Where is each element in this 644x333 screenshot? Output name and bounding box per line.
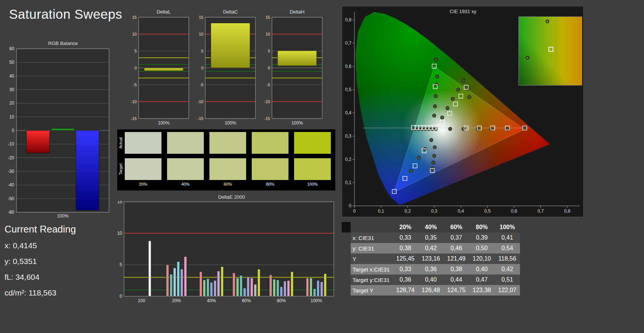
y-tick-label: -15 <box>197 116 203 121</box>
cie-1931-chart: 00,10,20,30,40,50,60,70,800,10,20,30,40,… <box>342 6 584 217</box>
table-cell: 0,42 <box>418 243 444 254</box>
table-cell: 0,38 <box>393 243 418 254</box>
deltae-bar <box>181 269 183 296</box>
y-tick-label: 5 <box>134 49 137 53</box>
deltae-bar <box>306 278 309 296</box>
x-tick-label: 0,4 <box>458 208 464 214</box>
deltae-bar <box>170 274 172 296</box>
deltae-bar <box>177 262 179 296</box>
measured-point <box>435 75 439 78</box>
deltae-bar <box>148 241 151 296</box>
delta-bar <box>144 68 184 71</box>
deltae-bar <box>210 282 213 296</box>
actual-swatch-60% <box>209 132 246 154</box>
swatch-col-label: 80% <box>252 182 288 186</box>
deltae-bar <box>233 273 235 296</box>
table-row-spacer <box>342 243 351 254</box>
target-swatch-40% <box>167 158 204 180</box>
measured-point <box>434 94 438 98</box>
deltae-bar <box>250 278 253 296</box>
x-axis-label: 100% <box>57 213 69 219</box>
swatch-col-label: 20% <box>125 182 161 186</box>
deltae-bar <box>291 272 293 296</box>
y-tick-label: -15 <box>264 116 270 121</box>
deltae-bar <box>184 256 187 296</box>
y-tick-label: 20 <box>9 100 15 106</box>
measured-point <box>434 58 438 61</box>
deltaL-plot: 151050-5-10-15100% <box>126 15 190 127</box>
reading-x: x: 0,4145 <box>4 241 109 250</box>
measured-point <box>456 88 460 92</box>
deltaH-chart: DeltaH 151050-5-10-15100% <box>260 9 323 128</box>
y-tick-label: 5 <box>120 262 122 267</box>
table-col-header: 40% <box>418 222 444 232</box>
y-tick-label: -10 <box>264 99 270 104</box>
table-cell: 0,33 <box>393 264 418 274</box>
deltae-bar <box>214 280 216 296</box>
y-tick-label: 10 <box>117 231 122 236</box>
y-tick-label: 0,1 <box>345 180 351 185</box>
x-axis-label: 100% <box>158 120 170 126</box>
y-tick-label: 0 <box>201 66 203 70</box>
table-cell: 125,45 <box>393 254 418 264</box>
y-tick-label: -30 <box>8 169 15 174</box>
deltae-bar <box>203 280 206 296</box>
rgb-balance-title: RGB Balance <box>14 40 112 46</box>
deltae-bar <box>199 272 202 296</box>
measured-point <box>432 161 435 164</box>
x-tick-label: 20% <box>172 298 181 303</box>
deltae-bar <box>324 274 327 296</box>
table-cell: 128,74 <box>393 285 418 296</box>
inset-target-point <box>548 47 553 52</box>
table-cell: 118,56 <box>495 254 520 264</box>
table-cell: 0,44 <box>444 274 469 285</box>
y-tick-label: 15 <box>132 15 137 20</box>
measured-point <box>433 105 437 108</box>
y-tick-label: 50 <box>9 60 15 65</box>
actual-swatch-100% <box>294 132 331 154</box>
measured-point <box>433 146 436 149</box>
deltaH-plot: 151050-5-10-15100% <box>260 15 323 127</box>
table-cell: 123,16 <box>418 254 444 264</box>
deltae-bar <box>254 284 257 296</box>
y-tick-label: -5 <box>133 82 137 87</box>
x-tick-label: 40% <box>207 298 216 303</box>
y-tick-label: 0,2 <box>345 157 351 162</box>
page-title: Saturation Sweeps <box>9 7 122 22</box>
y-tick-label: 0,5 <box>345 87 351 92</box>
x-tick-label: 100 <box>138 298 145 303</box>
y-tick-label: -60 <box>8 210 15 215</box>
y-tick-label: -15 <box>131 116 137 121</box>
swatch-row-label: Actual <box>118 137 123 149</box>
y-tick-label: 0,6 <box>345 64 351 69</box>
deltae-bar <box>313 289 316 296</box>
y-tick-label: 15 <box>117 201 122 204</box>
y-tick-label: 0 <box>349 203 351 208</box>
x-tick-label: 0,5 <box>484 208 491 214</box>
deltae-bar <box>320 282 323 296</box>
y-tick-label: 30 <box>9 87 15 92</box>
deltaL-title: DeltaL <box>132 9 196 15</box>
measured-point <box>522 126 526 130</box>
table-cell: 0,47 <box>469 274 495 285</box>
table-cell: 0,37 <box>444 232 469 243</box>
measurement-table: 20%40%60%80%100%x: CIE310,330,350,370,39… <box>342 222 520 296</box>
current-reading: Current Reading x: 0,4145 y: 0,5351 fL: … <box>4 224 109 304</box>
measured-point <box>446 106 449 110</box>
table-cell: 0,35 <box>418 232 444 243</box>
target-swatch-80% <box>252 158 288 180</box>
y-tick-label: 40 <box>9 74 15 79</box>
x-axis-label: 100% <box>225 120 236 126</box>
y-tick-label: 5 <box>268 49 270 53</box>
deltae-bar <box>287 280 290 296</box>
table-col-header: 60% <box>444 222 469 232</box>
deltae2000-title: DeltaE 2000 <box>123 194 341 200</box>
x-tick-label: 0 <box>353 208 356 214</box>
x-tick-label: 0,3 <box>431 208 438 214</box>
y-tick-label: 0 <box>268 66 270 70</box>
y-tick-label: 5 <box>201 49 203 53</box>
swatch-row-label: Target <box>118 164 123 175</box>
x-tick-label: 0,7 <box>538 208 544 214</box>
swatch-comparison: ActualTarget20%40%60%80%100% <box>117 129 335 190</box>
deltae-bar <box>243 288 246 296</box>
